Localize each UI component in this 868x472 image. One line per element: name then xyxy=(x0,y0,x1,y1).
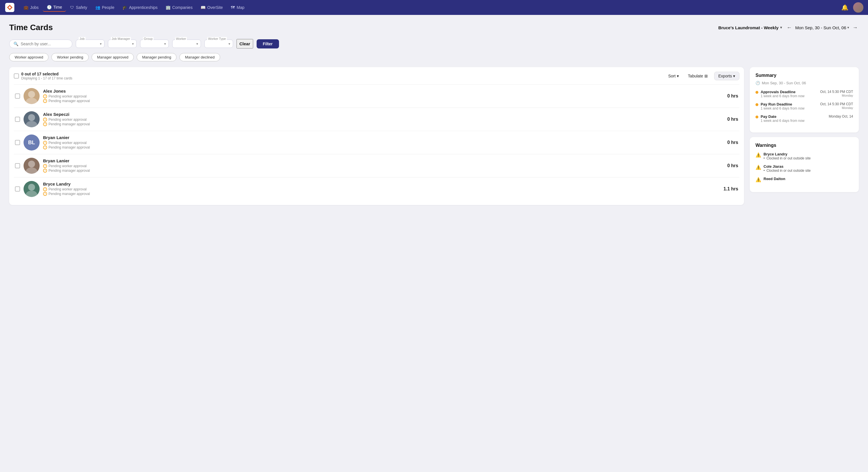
nav-item-oversite[interactable]: 📖OverSite xyxy=(197,3,227,11)
warning-person-name: Bryce Landry xyxy=(764,152,811,156)
status-tabs: Worker approvedWorker pendingManager app… xyxy=(9,53,859,61)
nav-item-jobs[interactable]: 💼Jobs xyxy=(20,3,43,11)
worker-type-filter-select[interactable] xyxy=(205,40,233,48)
exports-chevron-icon: ▾ xyxy=(733,74,735,78)
status-tab-manager-approved[interactable]: Manager approved xyxy=(92,53,134,61)
warning-item: ⚠️ Reed Dalton xyxy=(755,177,853,182)
deadlines-container: Approvals Deadline 1 week and 6 days fro… xyxy=(755,90,853,123)
worker-name: Bryce Landry xyxy=(43,181,720,187)
sort-label: Sort xyxy=(668,74,676,78)
worker-type-filter-wrap: Worker Type xyxy=(205,40,233,48)
table-row[interactable]: BL Bryan Lanier ? Pending worker approva… xyxy=(14,131,739,154)
exports-button[interactable]: Exports ▾ xyxy=(714,72,739,80)
company-chevron-icon: ▾ xyxy=(780,26,782,30)
status-line: ? Pending manager approval xyxy=(43,145,724,149)
svg-point-2 xyxy=(26,98,37,104)
clear-button[interactable]: Clear xyxy=(237,39,253,48)
select-all-checkbox[interactable] xyxy=(14,73,19,78)
nav-item-safety[interactable]: 🛡Safety xyxy=(66,3,91,11)
group-filter-select[interactable] xyxy=(140,40,169,48)
row-checkbox[interactable] xyxy=(15,163,20,168)
next-date-arrow[interactable]: → xyxy=(851,24,859,32)
job-manager-filter-label: Job Manager xyxy=(111,37,131,40)
summary-card: Summary 🕐 Mon Sep, 30 - Sun Oct, 06 Appr… xyxy=(750,67,859,133)
avatar xyxy=(24,158,40,174)
selected-count-label: 0 out of 17 selected xyxy=(21,72,72,76)
company-name: Bruce's Laundromat - Weekly xyxy=(718,25,778,30)
status-line: ? Pending manager approval xyxy=(43,169,724,173)
nav-item-time[interactable]: 🕐Time xyxy=(43,3,66,12)
table-row[interactable]: Alex Sepeczi ? Pending worker approval ?… xyxy=(14,107,739,131)
worker-filter-select[interactable] xyxy=(172,40,201,48)
filter-button[interactable]: Filter xyxy=(257,39,279,48)
notifications-bell[interactable]: 🔔 xyxy=(841,4,848,11)
date-range-selector[interactable]: Mon Sep, 30 - Sun Oct, 06 ▾ xyxy=(795,25,849,30)
summary-title: Summary xyxy=(755,73,853,78)
pending-icon: ? xyxy=(43,169,47,173)
oversite-icon: 📖 xyxy=(200,5,206,10)
date-range-chevron-icon: ▾ xyxy=(847,26,849,30)
nav-label-companies: Companies xyxy=(172,5,193,10)
main-nav: 💼Jobs🕐Time🛡Safety👥People🎓Apprenticeships… xyxy=(0,0,868,15)
status-tab-worker-approved[interactable]: Worker approved xyxy=(9,53,49,61)
select-all-container: 0 out of 17 selected Displaying 1 - 17 o… xyxy=(14,72,72,80)
pending-icon: ? xyxy=(43,187,47,191)
search-box[interactable]: 🔍 xyxy=(9,40,72,48)
pending-icon: ? xyxy=(43,164,47,168)
nav-item-people[interactable]: 👥People xyxy=(91,3,119,11)
deadline-item: Pay Date 1 week and 6 days from now Mond… xyxy=(755,114,853,123)
warning-icon: ⚠️ xyxy=(755,152,761,158)
avatar xyxy=(24,181,40,197)
status-line: ? Pending worker approval xyxy=(43,187,720,191)
avatar: BL xyxy=(24,134,40,150)
job-filter-select[interactable] xyxy=(76,40,104,48)
pending-icon: ? xyxy=(43,141,47,145)
table-row[interactable]: Alex Jones ? Pending worker approval ? P… xyxy=(14,84,739,107)
worker-name: Alex Jones xyxy=(43,89,724,94)
search-icon: 🔍 xyxy=(13,42,19,46)
worker-name: Bryan Lanier xyxy=(43,158,724,163)
prev-date-arrow[interactable]: ← xyxy=(785,24,793,32)
worker-filter-label: Worker xyxy=(175,37,187,40)
nav-item-apprenticeships[interactable]: 🎓Apprenticeships xyxy=(118,3,162,11)
warning-description: •Clocked in or out outside site xyxy=(764,169,811,173)
user-avatar[interactable] xyxy=(853,2,863,12)
status-tab-manager-declined[interactable]: Manager declined xyxy=(179,53,220,61)
hours-value: 0 hrs xyxy=(727,117,738,122)
pending-icon: ? xyxy=(43,94,47,98)
svg-point-6 xyxy=(26,167,37,174)
map-icon: 🗺 xyxy=(231,5,235,10)
row-checkbox[interactable] xyxy=(15,140,20,145)
status-tab-worker-pending[interactable]: Worker pending xyxy=(51,53,89,61)
worker-type-filter-label: Worker Type xyxy=(207,37,227,40)
group-filter-wrap: Group xyxy=(140,40,169,48)
hours-value: 1.1 hrs xyxy=(723,187,738,192)
tabulate-button[interactable]: Tabulate ⊞ xyxy=(685,72,711,80)
status-line: ? Pending worker approval xyxy=(43,94,724,98)
svg-point-3 xyxy=(28,114,35,121)
hours-value: 0 hrs xyxy=(727,140,738,145)
nav-item-map[interactable]: 🗺Map xyxy=(227,3,248,11)
hours-value: 0 hrs xyxy=(727,163,738,168)
deadline-label: Approvals Deadline xyxy=(761,90,818,94)
sort-button[interactable]: Sort ▾ xyxy=(665,72,682,80)
table-row[interactable]: Bryan Lanier ? Pending worker approval ?… xyxy=(14,154,739,177)
deadline-item: Pay Run Deadline 1 week and 6 days from … xyxy=(755,102,853,110)
app-logo[interactable] xyxy=(5,2,15,12)
nav-item-companies[interactable]: 🏢Companies xyxy=(162,3,197,11)
row-checkbox[interactable] xyxy=(15,187,20,192)
company-selector[interactable]: Bruce's Laundromat - Weekly ▾ xyxy=(718,25,782,30)
deadline-label: Pay Date xyxy=(761,114,826,119)
job-manager-filter-select[interactable] xyxy=(108,40,136,48)
status-tab-manager-pending[interactable]: Manager pending xyxy=(136,53,177,61)
deadline-dot-icon xyxy=(755,103,758,106)
table-row[interactable]: Bryce Landry ? Pending worker approval ?… xyxy=(14,177,739,200)
status-line: ? Pending manager approval xyxy=(43,192,720,196)
time-cards-list: Alex Jones ? Pending worker approval ? P… xyxy=(14,84,739,200)
row-checkbox[interactable] xyxy=(15,94,20,99)
avatar xyxy=(24,111,40,127)
search-input[interactable] xyxy=(21,42,67,46)
avatar xyxy=(24,88,40,104)
row-checkbox[interactable] xyxy=(15,117,20,122)
warning-description: •Clocked in or out outside site xyxy=(764,156,811,160)
